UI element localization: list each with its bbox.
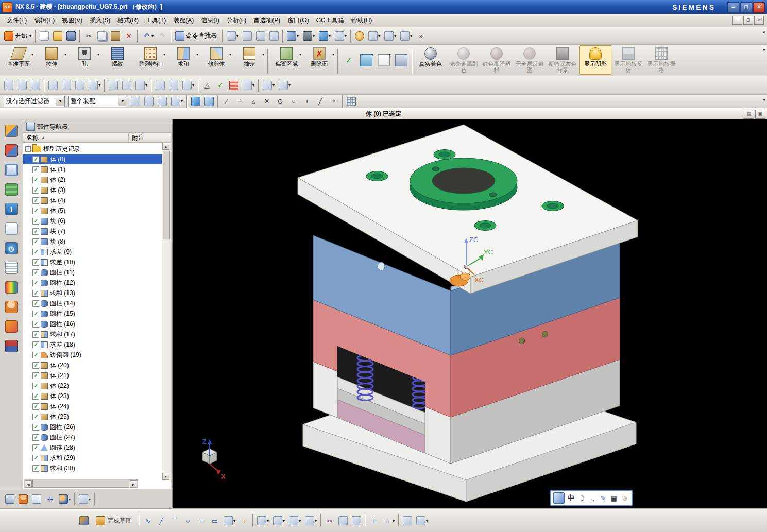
menu-item-8[interactable]: 分析(L) [223,14,250,26]
column-note[interactable]: 附注 [128,133,171,142]
checkbox-icon[interactable]: ✓ [32,372,39,379]
scrollbar-thumb[interactable] [32,480,129,488]
true-shading-button[interactable]: 真实着色 [415,45,447,75]
checkbox-icon[interactable]: ✓ [32,259,39,266]
preferences-button[interactable] [353,28,366,44]
point-button[interactable]: + [238,513,250,528]
tree-item-30[interactable]: ✓求和 (30) [23,463,162,473]
command-finder-button[interactable]: 命令查找器 [174,28,220,44]
tree-item-23[interactable]: ✓体 (23) [23,391,162,401]
move-component-button[interactable]: ▾ [333,28,348,44]
unite-button[interactable]: 求和▾ [167,45,199,75]
document-restore-button[interactable]: ◻ [743,16,753,25]
model-3d-view[interactable]: ZC YC XC Z X [173,119,767,509]
checkbox-icon[interactable]: ✓ [32,321,39,328]
visual-effects-button[interactable]: ▾ [367,28,382,44]
constraint-navigator-button[interactable] [3,142,20,159]
roles-button[interactable] [3,299,20,315]
checkbox-icon[interactable]: ✓ [32,414,39,420]
close-button[interactable]: ✕ [753,2,765,13]
tree-item-0[interactable]: ✓体 (0) [23,154,162,164]
restore-button[interactable]: ◻ [740,2,752,13]
tree-item-15[interactable]: ✓圆柱 (15) [23,308,162,319]
point-constructor-button[interactable] [154,78,166,93]
freeze-button[interactable]: ▾ [358,45,374,75]
finish-sketch-button[interactable]: 完成草图 [93,515,135,526]
snap-endpoint-button[interactable]: ∕ [220,94,233,109]
checkbox-icon[interactable]: ✓ [32,424,39,431]
checkbox-icon[interactable]: ✓ [32,383,39,389]
snap-quadrant-button[interactable]: ○ [287,94,300,109]
delete-face-button[interactable]: ✗删除面▾ [303,45,335,75]
tree-item-7[interactable]: ✓块 (7) [23,226,162,236]
checkbox-icon[interactable]: ✓ [32,249,39,255]
menu-item-1[interactable]: 编辑(E) [30,14,58,26]
quick-extend-button[interactable] [337,513,349,528]
snap-point-on-curve-button[interactable]: ╱ [314,94,327,109]
system-scenes-button[interactable] [3,318,20,335]
brushed-metal-button[interactable]: 光亮金属刷色 [448,45,480,75]
tree-item-16[interactable]: ✓圆柱 (16) [23,319,162,329]
graphics-window[interactable]: ZC YC XC Z X [172,119,767,509]
floor-grid-button[interactable]: 显示地板栅格 [645,45,677,75]
scroll-right-icon[interactable]: ▶ [130,480,137,488]
feature-overflow-chevron[interactable]: ▾ [763,47,765,53]
shell-button[interactable]: 抽壳▾ [233,45,265,75]
tree-item-3[interactable]: ✓体 (3) [23,185,162,195]
selection-bar-overflow[interactable]: ▾ [763,97,765,102]
checkbox-icon[interactable]: ✓ [32,465,39,472]
tree-item-28[interactable]: ✓圆锥 (28) [23,442,162,453]
column-name[interactable]: 名称 ▲ [23,133,128,142]
collapse-expander-icon[interactable]: − [25,146,31,152]
offset-curve-button[interactable]: ▾ [255,513,270,528]
chevron-down-icon[interactable]: ▼ [118,97,127,106]
swap-view-button[interactable] [107,78,120,93]
menu-item-4[interactable]: 格式(R) [114,14,142,26]
window-preview-button[interactable] [30,491,43,507]
paste-button[interactable] [109,28,122,44]
gray-background-button[interactable]: 斯特深灰色背景 [547,45,578,75]
drafting-button[interactable] [29,78,42,93]
checkbox-icon[interactable]: ✓ [32,177,39,183]
line-button[interactable]: ╱ [155,513,167,528]
quick-trim-button[interactable]: ✂ [323,513,336,528]
plot-button[interactable]: ▾ [225,28,240,44]
menu-item-10[interactable]: 窗口(O) [284,14,312,26]
process-studio-button[interactable] [3,279,20,296]
checkbox-icon[interactable]: ✓ [32,393,39,400]
checkbox-icon[interactable]: ✓ [32,311,39,317]
menu-item-12[interactable]: 帮助(H) [348,14,376,26]
tree-item-19[interactable]: ✓边倒圆 (19) [23,350,162,360]
tree-item-5[interactable]: ✓体 (5) [23,205,162,216]
toolbar-overflow-button[interactable]: » [415,28,427,44]
trim-body-button[interactable]: 修剪体▾ [200,45,232,75]
open-button[interactable] [52,28,64,44]
reposition-button[interactable]: ✛ [44,491,56,507]
warning-triangle-button[interactable]: △ [201,78,213,93]
check-mate-button[interactable]: ✓ [214,78,227,93]
tool-menu-icon[interactable]: ✎ [599,493,608,503]
view-section-button[interactable] [3,78,15,93]
tree-item-9[interactable]: ✓求差 (9) [23,247,162,257]
checkbox-icon[interactable]: ✓ [32,280,39,286]
menu-item-0[interactable]: 文件(F) [3,14,30,26]
soft-keyboard-icon[interactable]: ▦ [609,493,619,503]
toolbar-overflow-chevron[interactable]: » [762,29,765,35]
tree-item-18[interactable]: ✓求差 (18) [23,339,162,350]
system-materials-button[interactable] [3,260,20,276]
snap-intersection-button[interactable]: ✕ [261,94,273,109]
tree-item-8[interactable]: ✓块 (8) [23,236,162,247]
offset-region-button[interactable]: 偏置区域▾ [270,45,302,75]
grid-button[interactable] [345,94,357,109]
menu-item-9[interactable]: 首选项(P) [250,14,284,26]
assembly-navigator-button[interactable] [3,123,20,139]
checkbox-icon[interactable]: ✓ [32,218,39,225]
scroll-down-icon[interactable]: ▼ [162,473,169,480]
select-inside-button[interactable] [129,94,142,109]
intersection-point-button[interactable]: ▾ [303,513,318,528]
copy-button[interactable] [96,28,108,44]
checkbox-icon[interactable]: ✓ [32,300,39,307]
checkbox-icon[interactable]: ✓ [32,444,39,451]
tree-item-13[interactable]: ✓求和 (13) [23,288,162,298]
tree-item-11[interactable]: ✓圆柱 (11) [23,267,162,278]
